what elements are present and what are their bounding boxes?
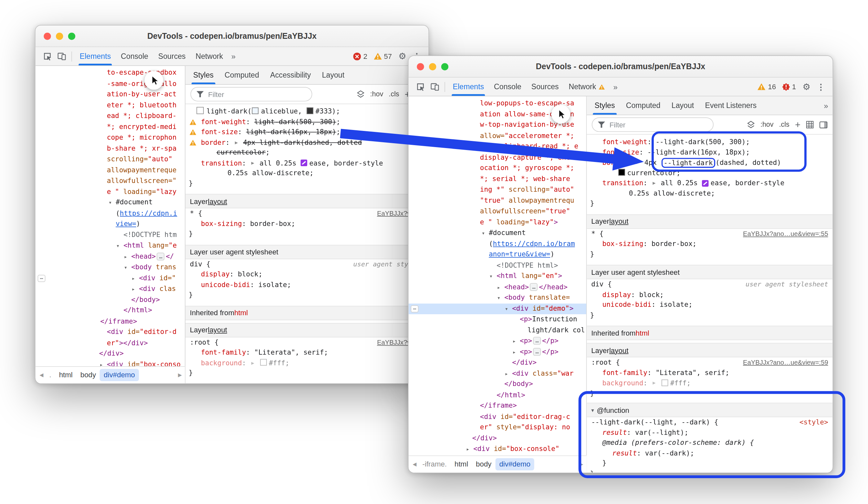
device-toolbar-icon[interactable] xyxy=(427,80,442,94)
styles-filter-input[interactable] xyxy=(592,117,714,132)
dom-tree-row[interactable]: ▸<p>…</p> xyxy=(409,335,586,346)
ellipsis-button[interactable]: … xyxy=(530,283,538,291)
settings-gear-icon[interactable]: ⚙ xyxy=(395,49,410,64)
css-declaration[interactable]: unicode-bidi: isolate; xyxy=(185,280,428,290)
resource-link[interactable]: https://cdpn.io/bram xyxy=(493,240,575,247)
zoom-window-button[interactable] xyxy=(68,32,75,39)
dom-tree-row[interactable]: ▸<div clas xyxy=(35,283,185,294)
resource-link[interactable]: view= xyxy=(116,220,136,228)
element-classes-button[interactable]: .cls xyxy=(389,90,399,98)
resource-link[interactable]: anon=true&view= xyxy=(489,251,550,258)
disclosure-triangle-icon[interactable]: ▸ xyxy=(466,444,469,455)
disclosure-triangle-icon[interactable]: ▸ xyxy=(132,283,135,294)
css-rule-selector[interactable]: div {user agent stylesheet xyxy=(587,279,833,290)
disclosure-triangle-icon[interactable]: ▾ xyxy=(124,262,127,273)
element-classes-button[interactable]: .cls xyxy=(779,121,789,129)
dom-tree-row[interactable]: low-popups-to-escape-sa xyxy=(409,98,586,109)
dom-tree-row[interactable]: </body> xyxy=(35,294,185,305)
breadcrumb-scroll-right[interactable]: ▶ xyxy=(176,372,184,378)
kebab-menu-icon[interactable]: ⋮ xyxy=(814,80,828,94)
layers-icon[interactable] xyxy=(356,90,365,98)
dom-tree-row[interactable]: ▸<p>…</p> xyxy=(409,346,586,357)
breadcrumb-item[interactable]: body xyxy=(472,458,495,470)
css-declaration[interactable]: font-family: "Literata", serif; xyxy=(185,347,428,357)
tab-elements[interactable]: Elements xyxy=(448,78,489,96)
dom-tree-row[interactable]: ▸<head>…</head> xyxy=(409,282,586,292)
dom-tree-row[interactable]: ▾<html lang="e xyxy=(35,241,185,251)
inspect-element-icon[interactable] xyxy=(40,49,54,64)
dom-tree-row[interactable]: view=) xyxy=(35,219,185,230)
more-sidebar-tabs-chevron[interactable]: » xyxy=(822,101,830,110)
zoom-window-button[interactable] xyxy=(441,63,448,70)
warn-badge[interactable]: 57 xyxy=(373,52,392,60)
ellipsis-button[interactable]: … xyxy=(533,347,541,355)
minimize-window-button[interactable] xyxy=(56,32,63,39)
dom-tree-row[interactable]: ▾<html lang="en"> xyxy=(409,271,586,282)
css-declaration[interactable]: background: ▶ #fff; xyxy=(185,357,428,368)
sidebar-tab-computed[interactable]: Computed xyxy=(219,66,265,84)
disclosure-triangle-icon[interactable]: ▾ xyxy=(505,303,508,314)
tab-network[interactable]: Network xyxy=(564,78,610,96)
disclosure-triangle-icon[interactable]: ▾ xyxy=(591,403,594,416)
dom-tree-row[interactable]: b-share *; xr-spa xyxy=(35,143,185,154)
inspect-element-icon[interactable] xyxy=(413,80,427,94)
css-declaration[interactable]: box-sizing: border-box; xyxy=(587,239,833,249)
dom-tree-row[interactable]: *; serial *; web-share xyxy=(409,174,586,184)
stylesheet-source-link[interactable]: EaYBJJx?ano…ue&view=:55 xyxy=(743,229,828,239)
filter-text-input[interactable] xyxy=(207,90,281,99)
css-declaration[interactable]: display: block; xyxy=(185,269,428,280)
breadcrumb-item[interactable]: html xyxy=(55,369,76,381)
breadcrumb-item[interactable]: div#demo xyxy=(100,369,139,381)
dom-tree-row[interactable]: (https://cdpn.io/bram xyxy=(409,239,586,249)
dom-tree-row[interactable]: w-top-navigation-by-use xyxy=(409,120,586,130)
css-declaration[interactable]: result: var(--dark); xyxy=(587,448,833,458)
dom-tree-row[interactable]: <div id="editor-d xyxy=(35,327,185,337)
disclosure-triangle-icon[interactable]: ▸ xyxy=(513,335,516,346)
more-tabs-chevron[interactable]: » xyxy=(610,82,621,91)
layer-link[interactable]: layout xyxy=(208,324,227,336)
dom-tree-row[interactable]: scrolling="auto" xyxy=(35,154,185,164)
dom-tree-row[interactable]: "true" allowpaymentrequ xyxy=(409,195,586,206)
dom-tree-row[interactable]: ead *; clipboard- xyxy=(35,111,185,122)
css-declaration[interactable]: display: block; xyxy=(587,289,833,300)
css-declaration[interactable]: font-size: --light-dark(16px, 18px); xyxy=(587,147,833,158)
css-declaration[interactable]: font-weight: light-dark(500, 300); xyxy=(185,117,428,127)
css-rule-selector[interactable]: :root {EaYBJJx?view= xyxy=(185,337,428,347)
tab-console[interactable]: Console xyxy=(116,47,153,65)
pseudo-state-button[interactable]: :hov xyxy=(370,90,383,98)
dom-tree-row[interactable]: ocation *; gyroscope *; xyxy=(409,163,586,174)
dom-tree-row[interactable]: ▾#document xyxy=(35,197,185,208)
disclosure-triangle-icon[interactable]: ▸ xyxy=(497,282,500,292)
breadcrumb-item[interactable]: -iframe. xyxy=(418,458,451,470)
disclosure-triangle-icon[interactable]: ▾ xyxy=(116,241,120,251)
layer-link[interactable]: layout xyxy=(609,215,628,228)
grid-icon[interactable] xyxy=(806,121,814,129)
dom-tree-row[interactable]: allow="accelerometer *; xyxy=(409,131,586,141)
dom-tree-row[interactable]: ▾#document xyxy=(409,228,586,238)
dom-tree-row[interactable]: -same-origin allo xyxy=(35,78,185,89)
close-window-button[interactable] xyxy=(44,32,51,39)
css-declaration[interactable]: transition: ▶ all 0.25s ease, border-sty… xyxy=(185,158,428,168)
dom-tree-row[interactable]: ▸<div id="box-console" xyxy=(409,444,586,455)
css-declaration[interactable]: currentcolor; xyxy=(587,168,833,178)
css-declaration[interactable]: light-dark(aliceblue, #333); xyxy=(185,107,428,117)
inherited-element-link[interactable]: html xyxy=(636,326,649,339)
disclosure-triangle-icon[interactable]: ▾ xyxy=(497,293,500,303)
dom-tree-row[interactable]: *; encrypted-medi xyxy=(35,122,185,132)
dom-tree-row[interactable]: ▸<div class="war xyxy=(409,368,586,379)
dom-tree-row[interactable]: </div> xyxy=(35,349,185,359)
disclosure-triangle-icon[interactable]: ▸ xyxy=(513,346,516,357)
more-tabs-chevron[interactable]: » xyxy=(228,52,239,60)
css-declaration[interactable]: border: ▶ 4px --light-dark(dashed, dotte… xyxy=(587,158,833,168)
disclosure-triangle-icon[interactable]: ▸ xyxy=(124,251,127,262)
sidebar-tab-layout[interactable]: Layout xyxy=(666,96,700,115)
tab-network[interactable]: Network xyxy=(190,47,228,65)
disclosure-triangle-icon[interactable]: ▸ xyxy=(132,273,135,283)
css-declaration[interactable]: font-weight: --light-dark(500, 300); xyxy=(587,137,833,147)
css-declaration[interactable]: box-sizing: border-box; xyxy=(185,219,428,229)
css-rule-selector[interactable]: * {EaYBJJx?view= xyxy=(185,208,428,219)
sidebar-tab-styles[interactable]: Styles xyxy=(188,66,219,84)
dom-tree-row[interactable]: er" style="display: no xyxy=(409,422,586,433)
settings-gear-icon[interactable]: ⚙ xyxy=(799,80,814,94)
breadcrumb-item[interactable]: . xyxy=(45,369,55,381)
